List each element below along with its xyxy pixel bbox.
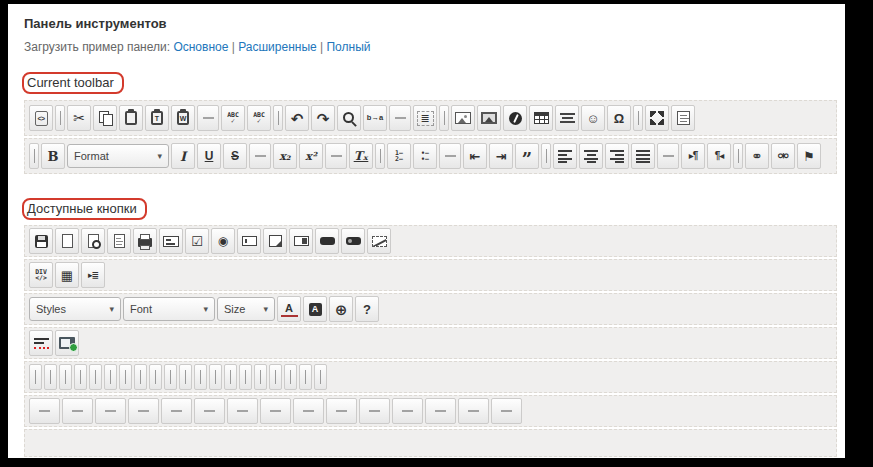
strike-button[interactable]: S bbox=[223, 143, 247, 169]
anchor-button[interactable]: ⚑ bbox=[797, 143, 821, 169]
spell-check-button[interactable]: ABC ✓ bbox=[221, 105, 245, 131]
bidi-ltr-button[interactable]: ▸¶ bbox=[681, 143, 705, 169]
separator-button[interactable] bbox=[59, 364, 72, 390]
form-button[interactable] bbox=[159, 228, 183, 254]
separator-button[interactable] bbox=[284, 364, 297, 390]
cut-button[interactable]: ✂ bbox=[67, 105, 91, 131]
bulleted-list-button[interactable]: •— •— bbox=[413, 143, 437, 169]
maximize-button[interactable] bbox=[645, 105, 669, 131]
disabled-separator-button[interactable] bbox=[491, 398, 522, 424]
disabled-separator-button[interactable] bbox=[62, 398, 93, 424]
numbered-list-button[interactable]: 1— 2— bbox=[387, 143, 411, 169]
horizontal-rule-button[interactable] bbox=[555, 105, 579, 131]
smiley-button[interactable]: ☺ bbox=[581, 105, 605, 131]
italic-button[interactable]: I bbox=[171, 143, 195, 169]
separator-button[interactable] bbox=[314, 364, 327, 390]
hidden-field-button[interactable] bbox=[367, 228, 391, 254]
unlink-button[interactable]: ⚮ bbox=[771, 143, 795, 169]
outdent-button[interactable]: ⇤ bbox=[463, 143, 487, 169]
undo-button[interactable]: ↶ bbox=[285, 105, 309, 131]
styles-combo[interactable]: Styles bbox=[29, 297, 121, 321]
paste-word-button[interactable]: W bbox=[171, 105, 195, 131]
scayt-button[interactable]: ABC ✓ bbox=[247, 105, 271, 131]
disabled-separator-button[interactable] bbox=[326, 398, 357, 424]
separator-button[interactable] bbox=[134, 364, 147, 390]
show-blocks-button[interactable] bbox=[671, 105, 695, 131]
text-color-button[interactable]: A bbox=[277, 296, 301, 322]
disabled-separator-button[interactable] bbox=[227, 398, 258, 424]
flash-button[interactable] bbox=[503, 105, 527, 131]
page-break-button[interactable]: ▸≣ bbox=[81, 262, 105, 288]
blockquote-button[interactable]: ” bbox=[515, 143, 539, 169]
justify-left-button[interactable] bbox=[553, 143, 577, 169]
separator-button[interactable] bbox=[119, 364, 132, 390]
disabled-separator-button[interactable] bbox=[95, 398, 126, 424]
disabled-separator-button[interactable] bbox=[29, 398, 60, 424]
sample-link-0[interactable]: Основное bbox=[173, 40, 228, 54]
templates-button[interactable] bbox=[107, 228, 131, 254]
checkbox-button[interactable]: ☑ bbox=[185, 228, 209, 254]
redo-button[interactable]: ↷ bbox=[311, 105, 335, 131]
justify-center-button[interactable] bbox=[579, 143, 603, 169]
bg-color-button[interactable]: A bbox=[303, 296, 327, 322]
image-button-button[interactable] bbox=[341, 228, 365, 254]
separator-button[interactable] bbox=[254, 364, 267, 390]
underline-button[interactable]: U bbox=[197, 143, 221, 169]
size-combo[interactable]: Size bbox=[217, 297, 275, 321]
disabled-separator-button[interactable] bbox=[392, 398, 423, 424]
globe-button[interactable]: ⊕ bbox=[329, 296, 353, 322]
media-button[interactable] bbox=[55, 330, 79, 356]
replace-button[interactable]: b→a bbox=[363, 105, 387, 131]
separator-button[interactable] bbox=[104, 364, 117, 390]
sample-link-1[interactable]: Расширенные bbox=[238, 40, 317, 54]
language-button[interactable]: ▦ bbox=[55, 262, 79, 288]
separator-button[interactable] bbox=[89, 364, 102, 390]
disabled-separator-button[interactable] bbox=[359, 398, 390, 424]
separator-button[interactable] bbox=[439, 105, 449, 131]
separator-button[interactable] bbox=[29, 143, 39, 169]
paste-button[interactable] bbox=[119, 105, 143, 131]
separator-button[interactable] bbox=[164, 364, 177, 390]
format-combo[interactable]: Format bbox=[67, 144, 169, 168]
about-button[interactable]: ? bbox=[355, 296, 379, 322]
separator-button[interactable] bbox=[733, 143, 743, 169]
special-char-button[interactable]: Ω bbox=[607, 105, 631, 131]
select-all-button[interactable]: ≣ bbox=[413, 105, 437, 131]
disabled-separator-button[interactable] bbox=[425, 398, 456, 424]
separator-button[interactable] bbox=[55, 105, 65, 131]
separator-button[interactable] bbox=[299, 364, 312, 390]
image-frame-button[interactable] bbox=[477, 105, 501, 131]
disabled-separator-button[interactable] bbox=[197, 105, 219, 131]
disabled-separator-button[interactable] bbox=[389, 105, 411, 131]
image-button[interactable] bbox=[451, 105, 475, 131]
find-button[interactable] bbox=[337, 105, 361, 131]
bidi-rtl-button[interactable]: ¶◂ bbox=[707, 143, 731, 169]
spell-underline-button[interactable] bbox=[29, 330, 53, 356]
superscript-button[interactable]: x² bbox=[299, 143, 323, 169]
disabled-separator-button[interactable] bbox=[249, 143, 271, 169]
bold-button[interactable]: B bbox=[41, 143, 65, 169]
subscript-button[interactable]: x₂ bbox=[273, 143, 297, 169]
separator-button[interactable] bbox=[194, 364, 207, 390]
radio-button-button[interactable]: ◉ bbox=[211, 228, 235, 254]
print-button[interactable] bbox=[133, 228, 157, 254]
source-button[interactable]: <> bbox=[29, 105, 53, 131]
sample-link-2[interactable]: Полный bbox=[326, 40, 370, 54]
separator-button[interactable] bbox=[224, 364, 237, 390]
separator-button[interactable] bbox=[375, 143, 385, 169]
separator-button[interactable] bbox=[29, 364, 42, 390]
copy-button[interactable] bbox=[93, 105, 117, 131]
select-field-button[interactable] bbox=[289, 228, 313, 254]
separator-button[interactable] bbox=[273, 105, 283, 131]
disabled-separator-button[interactable] bbox=[293, 398, 324, 424]
button-field-button[interactable] bbox=[315, 228, 339, 254]
indent-button[interactable]: ⇥ bbox=[489, 143, 513, 169]
disabled-separator-button[interactable] bbox=[260, 398, 291, 424]
disabled-separator-button[interactable] bbox=[325, 143, 347, 169]
textarea-button[interactable] bbox=[263, 228, 287, 254]
font-combo[interactable]: Font bbox=[123, 297, 215, 321]
disabled-separator-button[interactable] bbox=[439, 143, 461, 169]
table-button[interactable] bbox=[529, 105, 553, 131]
separator-button[interactable] bbox=[209, 364, 222, 390]
new-page-button[interactable] bbox=[55, 228, 79, 254]
